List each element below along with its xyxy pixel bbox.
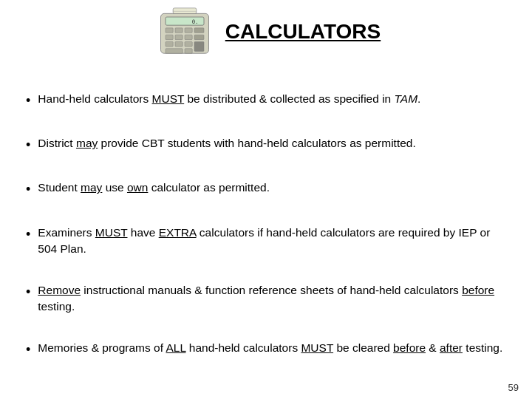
svg-rect-7 bbox=[175, 28, 183, 33]
bullet-text-6: Memories & programs of ALL hand-held cal… bbox=[38, 340, 502, 356]
bullet-dot-4: • bbox=[26, 225, 30, 244]
svg-rect-17 bbox=[194, 41, 204, 51]
content-area: • Hand-held calculators MUST be distribu… bbox=[22, 69, 510, 384]
page-number: 59 bbox=[508, 382, 519, 393]
svg-rect-11 bbox=[175, 35, 183, 40]
page-title: CALCULATORS bbox=[225, 20, 381, 44]
bullet-item-5: • Remove instructional manuals & functio… bbox=[26, 282, 506, 315]
svg-rect-18 bbox=[166, 49, 183, 54]
slide-container: 0. CALCULATORS • bbox=[0, 0, 532, 399]
svg-rect-12 bbox=[185, 35, 192, 40]
bullet-text-2: District may provide CBT students with h… bbox=[38, 135, 415, 151]
svg-rect-14 bbox=[166, 41, 173, 47]
bullet-dot-1: • bbox=[26, 92, 30, 110]
bullet-text-4: Examiners MUST have EXTRA calculators if… bbox=[38, 225, 506, 257]
calculator-icon: 0. bbox=[151, 7, 218, 55]
bullet-item-2: • District may provide CBT students with… bbox=[26, 135, 506, 154]
bullet-dot-3: • bbox=[26, 180, 30, 199]
bullet-item-3: • Student may use own calculator as perm… bbox=[26, 180, 506, 199]
bullet-text-3: Student may use own calculator as permit… bbox=[38, 180, 270, 196]
svg-rect-10 bbox=[166, 35, 173, 40]
bullet-dot-2: • bbox=[26, 136, 30, 154]
svg-rect-19 bbox=[185, 49, 192, 54]
svg-rect-15 bbox=[175, 41, 183, 47]
svg-rect-0 bbox=[173, 8, 197, 13]
svg-rect-8 bbox=[185, 28, 192, 33]
svg-rect-13 bbox=[194, 35, 204, 40]
svg-rect-16 bbox=[185, 41, 192, 47]
header: 0. CALCULATORS bbox=[22, 7, 510, 63]
svg-rect-6 bbox=[166, 28, 173, 33]
bullet-item-4: • Examiners MUST have EXTRA calculators … bbox=[26, 225, 506, 257]
bullet-text-5: Remove instructional manuals & function … bbox=[38, 282, 506, 315]
bullet-text-1: Hand-held calculators MUST be distribute… bbox=[38, 91, 420, 107]
bullet-dot-5: • bbox=[26, 283, 30, 301]
bullet-item-6: • Memories & programs of ALL hand-held c… bbox=[26, 340, 506, 359]
svg-rect-9 bbox=[194, 28, 204, 33]
bullet-dot-6: • bbox=[26, 341, 30, 359]
svg-text:0.: 0. bbox=[191, 18, 198, 25]
bullet-item-1: • Hand-held calculators MUST be distribu… bbox=[26, 91, 506, 110]
